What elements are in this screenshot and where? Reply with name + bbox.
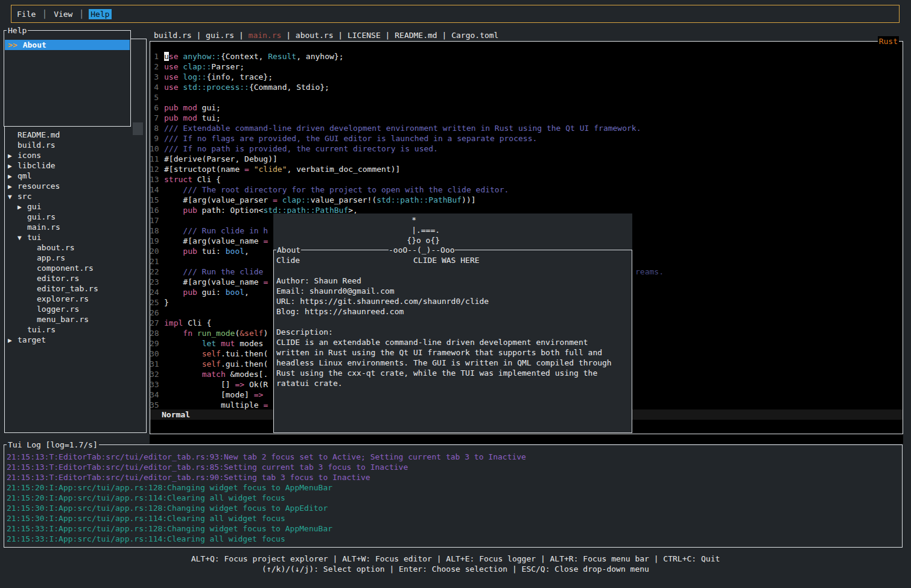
explorer-scrollbar-thumb[interactable]: [133, 122, 143, 135]
code-token: , anyhow};: [296, 52, 343, 61]
tab-license[interactable]: LICENSE: [348, 31, 381, 40]
code-token: }: [164, 298, 169, 307]
menu-item-view[interactable]: View: [52, 9, 74, 19]
code-line-13[interactable]: 13struct Cli {: [150, 174, 641, 185]
line-number: 24: [150, 287, 159, 297]
code-token: [164, 339, 202, 348]
code-token: [164, 359, 202, 368]
tab-gui-rs[interactable]: gui.rs: [206, 31, 234, 40]
explorer-item-editor-tab-rs[interactable]: editor_tab.rs: [5, 283, 146, 294]
code-token: mod: [183, 103, 197, 112]
code-token: log::: [183, 72, 206, 81]
explorer-item-gui[interactable]: ▶gui: [5, 201, 146, 212]
shortcut-bar: ALT+Q: Focus project explorer | ALT+W: F…: [0, 554, 911, 574]
help-menu-item-about[interactable]: >>About: [5, 40, 130, 50]
tab-about-rs[interactable]: about.rs: [296, 31, 334, 40]
explorer-item-icons[interactable]: ▶icons: [5, 150, 146, 160]
code-token: multiple: [164, 400, 263, 409]
explorer-item-label: menu_bar.rs: [37, 315, 89, 324]
menu-item-file[interactable]: File: [15, 9, 37, 19]
code-line-9[interactable]: 9/// If no flags are provided, the GUI e…: [150, 133, 641, 144]
code-token: use: [164, 83, 178, 92]
explorer-item-logger-rs[interactable]: logger.rs: [5, 304, 146, 314]
code-token: pub: [183, 206, 197, 215]
code-line-14[interactable]: 14 /// The root directory for the projec…: [150, 185, 641, 195]
code-line-11[interactable]: 11#[derive(Parser, Debug)]: [150, 154, 641, 164]
explorer-item-gui-rs[interactable]: gui.rs: [5, 212, 146, 222]
explorer-item-label: resources: [17, 182, 60, 191]
code-line-7[interactable]: 7pub mod tui;: [150, 113, 641, 123]
code-token: self: [202, 349, 221, 358]
code-token: gui:: [197, 288, 226, 297]
explorer-item-label: qml: [17, 171, 31, 180]
code-token: []: [164, 380, 235, 389]
explorer-item-build-rs[interactable]: build.rs: [5, 140, 146, 150]
code-token: [164, 206, 183, 215]
tab-cargo-toml[interactable]: Cargo.toml: [451, 31, 498, 40]
code-line-5[interactable]: 5: [150, 92, 641, 103]
line-number: 35: [150, 400, 159, 410]
tab-separator: |: [437, 31, 451, 40]
menu-item-help[interactable]: Help: [89, 9, 111, 19]
explorer-item-main-rs[interactable]: main.rs: [5, 222, 146, 232]
line-number: 25: [150, 297, 159, 308]
tab-readme-md[interactable]: README.md: [395, 31, 437, 40]
code-token: std::process::: [183, 83, 249, 92]
code-token: clap::: [183, 62, 211, 71]
code-token: #[derive(Parser, Debug)]: [164, 154, 278, 163]
code-token: /// The root directory for the project t…: [164, 185, 509, 194]
explorer-item-component-rs[interactable]: component.rs: [5, 263, 146, 273]
explorer-item-editor-rs[interactable]: editor.rs: [5, 273, 146, 283]
explorer-item-target[interactable]: ▶target: [5, 335, 146, 345]
code-line-12[interactable]: 12#[structopt(name = "clide", verbatim_d…: [150, 164, 641, 174]
explorer-item-label: logger.rs: [37, 305, 79, 314]
code-token: [164, 288, 183, 297]
tab-separator: |: [192, 31, 206, 40]
explorer-item-label: editor_tab.rs: [37, 284, 98, 293]
line-number: 6: [150, 103, 159, 113]
code-line-8[interactable]: 8/// Extendable command-line driven deve…: [150, 123, 641, 133]
explorer-item-src[interactable]: ▼src: [5, 191, 146, 201]
code-token: =: [263, 236, 268, 245]
line-number: 10: [150, 144, 159, 154]
tab-separator: |: [381, 31, 395, 40]
line-number: 17: [150, 215, 159, 226]
code-line-1[interactable]: 1use anyhow::{Context, Result, anyhow};: [150, 51, 641, 62]
explorer-item-tui[interactable]: ▼tui: [5, 232, 146, 242]
explorer-item-tui-rs[interactable]: tui.rs: [5, 324, 146, 335]
code-line-6[interactable]: 6pub mod gui;: [150, 103, 641, 113]
code-line-4[interactable]: 4use std::process::{Command, Stdio};: [150, 82, 641, 92]
code-token: /// Run clide in h: [164, 226, 268, 235]
code-token: [249, 165, 254, 174]
explorer-item-app-rs[interactable]: app.rs: [5, 253, 146, 263]
code-token: let: [202, 339, 216, 348]
explorer-item-menu-bar-rs[interactable]: menu_bar.rs: [5, 314, 146, 324]
line-number: 12: [150, 164, 159, 174]
kilroy-ascii-art-bar: -ooO--(_)--Ooo: [389, 245, 455, 255]
explorer-item-libclide[interactable]: ▶libclide: [5, 160, 146, 171]
explorer-item-qml[interactable]: ▶qml: [5, 171, 146, 181]
line-number: 1: [150, 51, 159, 62]
tab-main-rs[interactable]: main.rs: [249, 31, 282, 40]
code-line-10[interactable]: 10/// If no path is provided, the curren…: [150, 144, 641, 154]
code-token: impl: [164, 318, 183, 327]
explorer-item-explorer-rs[interactable]: explorer.rs: [5, 294, 146, 304]
log-entry: 21:15:13:T:EditorTab:src/tui/editor_tab.…: [7, 472, 901, 482]
tab-build-rs[interactable]: build.rs: [154, 31, 192, 40]
log-panel[interactable]: Tui Log [log=1.7/s] 21:15:13:T:EditorTab…: [4, 444, 903, 548]
code-token: =: [244, 165, 249, 174]
code-token: [278, 195, 282, 204]
shortcut-line-1: ALT+Q: Focus project explorer | ALT+W: F…: [0, 554, 911, 564]
code-token: value_parser!(: [311, 195, 377, 204]
code-line-15[interactable]: 15 #[arg(value_parser = clap::value_pars…: [150, 195, 641, 205]
log-entry: 21:15:20:I:App:src/tui/app.rs:114:Cleari…: [7, 493, 901, 503]
code-line-2[interactable]: 2use clap::Parser;: [150, 62, 641, 72]
code-line-3[interactable]: 3use log::{info, trace};: [150, 72, 641, 82]
explorer-item-about-rs[interactable]: about.rs: [5, 242, 146, 253]
line-number: 19: [150, 236, 159, 246]
explorer-item-readme-md[interactable]: README.md: [5, 130, 146, 140]
explorer-item-label: editor.rs: [37, 274, 79, 283]
code-token: /// Run the clide: [164, 267, 268, 276]
code-token: [164, 349, 202, 358]
explorer-item-resources[interactable]: ▶resources: [5, 181, 146, 191]
